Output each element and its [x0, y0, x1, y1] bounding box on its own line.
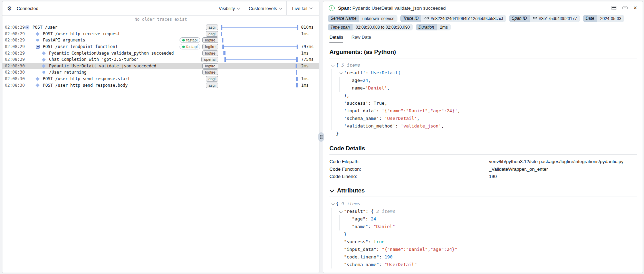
span-title-prefix: Span:	[338, 6, 351, 11]
indent-guide	[331, 208, 339, 215]
badge-value[interactable]: #e8224d24d41f064b112c6eb9cb58cacf	[421, 15, 506, 22]
tag-asgi: asgi	[206, 31, 218, 37]
tag-label: asgi	[209, 83, 215, 87]
code-line: "success": true	[329, 238, 637, 246]
trace-timestamp: 02:08:30	[5, 76, 25, 81]
code-token-num: 24	[363, 77, 368, 84]
code-token-str: "Daniel"	[374, 223, 395, 230]
code-token-num: 24	[371, 215, 376, 223]
duration-label: 810ms	[301, 25, 319, 30]
trace-row[interactable]: 02:08:30Pydantic UserDetail validate_jso…	[2, 63, 319, 69]
tag-label: fastapi	[186, 45, 198, 49]
settings-gear-icon[interactable]: ⚙	[7, 5, 12, 12]
span-name: POST /user http receive request	[43, 31, 120, 36]
tag-logfire: logfire	[202, 44, 218, 49]
trace-row[interactable]: 02:08:29POST /userasgi810ms	[2, 24, 319, 31]
badge-span-id: Span ID#3e175db4f0b20177	[509, 15, 580, 22]
trace-row[interactable]: 02:08:30/User returninglogfire	[2, 69, 319, 76]
collapse-caret-icon[interactable]	[331, 62, 336, 69]
copy-link-icon[interactable]	[622, 5, 628, 11]
code-token-cls: UserDetail(	[371, 69, 401, 77]
code-token-p: :	[379, 261, 385, 268]
collapse-caret-icon[interactable]	[331, 200, 336, 208]
code-token-str: 'Daniel'	[365, 84, 387, 92]
trace-row[interactable]: 02:08:29Pydantic CompletionUsage validat…	[2, 50, 319, 56]
tag-label: openai	[204, 57, 215, 62]
code-token-num: 190	[384, 253, 392, 261]
span-name: POST /user	[32, 25, 57, 30]
chevron-down-icon	[237, 6, 240, 10]
tag-label: asgi	[209, 25, 215, 29]
info-icon: i	[329, 5, 335, 11]
collapse-caret-icon[interactable]	[339, 208, 344, 215]
custom-levels-dropdown[interactable]: Custom levels	[244, 1, 286, 15]
code-line: ),	[329, 92, 637, 100]
trace-row[interactable]: 02:08:29FastAPI argumentsfastapilogfire	[2, 37, 319, 44]
collapse-caret-icon[interactable]	[339, 69, 344, 77]
code-token-key: 'success'	[344, 100, 368, 107]
visibility-dropdown[interactable]: Visibility	[214, 1, 244, 15]
live-tail-label: Live tail	[292, 6, 307, 11]
code-token-p: }	[336, 130, 339, 138]
duration-bar	[221, 56, 298, 63]
badge-date: Date2024-05-03	[583, 15, 625, 22]
collapse-toggle-icon[interactable]	[25, 26, 30, 29]
code-line: 'success': True,	[329, 100, 637, 107]
span-name: FastAPI arguments	[43, 38, 85, 42]
tag-asgi: asgi	[206, 25, 218, 30]
badge-time-span: Time span02:08:30.088 to 02:08:30.090	[328, 24, 413, 30]
badge-value-text: #3e175db4f0b20177	[539, 16, 577, 21]
tab-details[interactable]: Details	[329, 35, 343, 42]
span-name: Chat Completion with 'gpt-3.5-turbo'	[49, 57, 139, 62]
badge-value[interactable]: #3e175db4f0b20177	[530, 15, 580, 22]
trace-row[interactable]: 02:08:30POST /user http send response.st…	[2, 76, 319, 82]
span-name: POST /user http send response.body	[43, 83, 128, 88]
link-icon	[533, 16, 537, 21]
code-token-str: '{"name":"Daniel","age":24}'	[382, 107, 458, 115]
span-detail-actions: ×	[611, 5, 637, 11]
duration-label: 2ms	[301, 64, 319, 68]
indent-guide	[331, 115, 339, 122]
code-detail-label: Code Function:	[329, 166, 489, 173]
code-token-key: "schema_name"	[344, 261, 379, 268]
tag-label: logfire	[205, 45, 215, 49]
trace-row[interactable]: 02:08:30POST /user http send response.bo…	[2, 82, 319, 88]
indent-guide	[331, 100, 339, 107]
trace-row[interactable]: 02:08:29Chat Completion with 'gpt-3.5-tu…	[2, 56, 319, 63]
tag-asgi: asgi	[206, 76, 218, 82]
duration-bar	[221, 82, 298, 88]
tag-list: fastapilogfire	[180, 44, 221, 49]
code-line: { 5 items	[329, 62, 637, 69]
collapse-chevron-icon[interactable]	[329, 187, 334, 192]
span-name: /User returning	[49, 70, 86, 75]
live-tail-dropdown[interactable]: Live tail	[287, 1, 319, 15]
code-token-p: :	[368, 238, 374, 246]
trace-timestamp: 02:08:29	[5, 31, 25, 36]
collapse-toggle-icon[interactable]	[35, 45, 40, 49]
duration-bar	[221, 76, 298, 82]
tag-logfire: logfire	[202, 69, 218, 75]
indent-guide	[331, 69, 339, 77]
trace-row[interactable]: 02:08:29POST /user http receive requesta…	[2, 31, 319, 37]
trace-row[interactable]: 02:08:29POST /user (endpoint_function)fa…	[2, 44, 319, 50]
close-icon[interactable]: ×	[633, 6, 637, 10]
trace-panel-header: ⚙ Connected Visibility Custom levels Liv…	[2, 1, 319, 16]
badge-label: Duration	[416, 24, 437, 30]
tag-label: asgi	[209, 77, 215, 81]
visibility-label: Visibility	[219, 6, 235, 11]
duration-label: 1ms	[301, 51, 319, 56]
tab-raw-data[interactable]: Raw Data	[352, 35, 371, 42]
code-details-rows: Code Filepath:venv/lib/python3.12/site-p…	[329, 155, 637, 181]
attributes-json-block: { 9 items"result": { 2 items"age": 24"na…	[329, 197, 637, 270]
duration-bar	[221, 31, 298, 37]
code-token-p: ,	[417, 115, 420, 122]
code-line: "input_data": "{"name":"Daniel","age":24…	[329, 246, 637, 253]
trace-row-list: 02:08:29POST /userasgi810ms02:08:29POST …	[2, 24, 319, 88]
tag-list: asgi	[206, 25, 221, 30]
trace-timestamp: 02:08:30	[5, 83, 25, 88]
dock-panel-icon[interactable]	[611, 5, 617, 11]
panel-resize-handle[interactable]	[318, 132, 324, 142]
chevron-down-icon	[279, 6, 282, 10]
code-token-meta: 5 items	[342, 62, 361, 69]
duration-label: 775ms	[301, 57, 319, 62]
